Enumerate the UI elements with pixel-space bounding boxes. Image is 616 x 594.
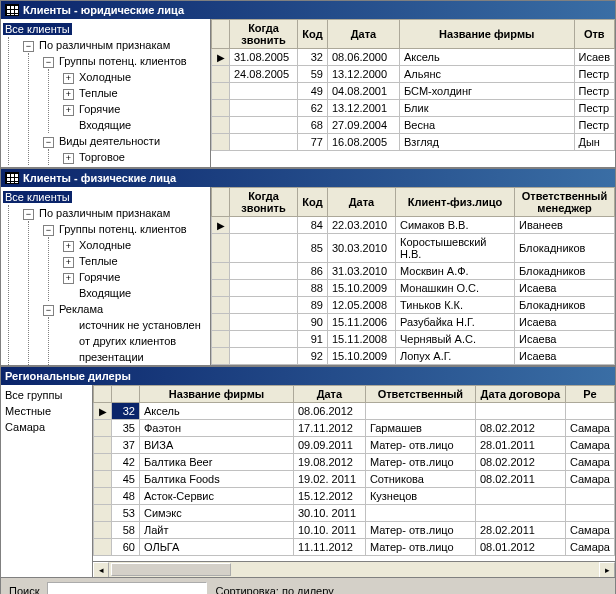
cell[interactable]: [475, 488, 565, 505]
cell[interactable]: 28.01.2011: [475, 437, 565, 454]
cell[interactable]: ОЛЬГА: [140, 539, 294, 556]
cell[interactable]: Пестр: [574, 100, 615, 117]
cell[interactable]: Симэкс: [140, 505, 294, 522]
cell[interactable]: Блокадников: [515, 263, 615, 280]
cell[interactable]: 37: [112, 437, 140, 454]
table-row[interactable]: 9015.11.2006Разубайка Н.Г.Исаева: [212, 314, 615, 331]
cell[interactable]: 53: [112, 505, 140, 522]
cell[interactable]: [230, 117, 298, 134]
cell[interactable]: 32: [112, 403, 140, 420]
cell[interactable]: [475, 505, 565, 522]
row-handle[interactable]: [212, 314, 230, 331]
col-code[interactable]: Код: [298, 20, 328, 49]
tree-leaf[interactable]: Торговое: [77, 151, 127, 163]
cell[interactable]: [230, 280, 298, 297]
horizontal-scrollbar[interactable]: ◂ ▸: [93, 561, 615, 577]
tree-root[interactable]: Все клиенты: [3, 191, 72, 203]
cell[interactable]: 31.03.2010: [328, 263, 396, 280]
cell[interactable]: 85: [298, 234, 328, 263]
cell[interactable]: Исаева: [515, 331, 615, 348]
cell[interactable]: Матер- отв.лицо: [365, 454, 475, 471]
expand-icon[interactable]: +: [63, 89, 74, 100]
cell[interactable]: Самара: [565, 471, 614, 488]
cell[interactable]: 09.09.2011: [293, 437, 365, 454]
tree-item[interactable]: Самара: [3, 421, 47, 433]
cell[interactable]: 16.08.2005: [328, 134, 400, 151]
cell[interactable]: Матер- отв.лицо: [365, 539, 475, 556]
cell[interactable]: Блокадников: [515, 234, 615, 263]
cell[interactable]: [230, 348, 298, 365]
cell[interactable]: Исаева: [515, 314, 615, 331]
cell[interactable]: 15.10.2009: [328, 280, 396, 297]
cell[interactable]: Матер- отв.лицо: [365, 522, 475, 539]
row-handle[interactable]: [212, 100, 230, 117]
expand-icon[interactable]: +: [63, 73, 74, 84]
cell[interactable]: Лопух А.Г.: [396, 348, 515, 365]
cell[interactable]: 42: [112, 454, 140, 471]
table-row[interactable]: 42Балтика Beer19.08.2012Матер- отв.лицо0…: [94, 454, 615, 471]
cell[interactable]: Альянс: [400, 66, 575, 83]
cell[interactable]: Балтика Beer: [140, 454, 294, 471]
cell[interactable]: [230, 217, 298, 234]
cell[interactable]: 92: [298, 348, 328, 365]
table-row[interactable]: 8912.05.2008Тиньков К.К.Блокадников: [212, 297, 615, 314]
tree-leaf[interactable]: Теплые: [77, 87, 120, 99]
row-handle[interactable]: [212, 83, 230, 100]
cell[interactable]: 62: [298, 100, 328, 117]
cell[interactable]: [230, 331, 298, 348]
tree-leaf[interactable]: Холодные: [77, 239, 133, 251]
cell[interactable]: Лайт: [140, 522, 294, 539]
col-code[interactable]: Код: [298, 188, 328, 217]
cell[interactable]: 15.11.2008: [328, 331, 396, 348]
cell[interactable]: [230, 297, 298, 314]
cell[interactable]: Исаева: [515, 280, 615, 297]
cell[interactable]: 86: [298, 263, 328, 280]
cell[interactable]: 91: [298, 331, 328, 348]
cell[interactable]: Самара: [565, 420, 614, 437]
expand-icon[interactable]: −: [23, 41, 34, 52]
table-row[interactable]: 6213.12.2001БликПестр: [212, 100, 615, 117]
cell[interactable]: 15.10.2009: [328, 348, 396, 365]
cell[interactable]: Сотникова: [365, 471, 475, 488]
cell[interactable]: Фаэтон: [140, 420, 294, 437]
col-call[interactable]: Когда звонить: [230, 20, 298, 49]
cell[interactable]: [230, 314, 298, 331]
cell[interactable]: Коростышевский Н.В.: [396, 234, 515, 263]
col-name[interactable]: Название фирмы: [400, 20, 575, 49]
table-row[interactable]: ▶32Аксель08.06.2012: [94, 403, 615, 420]
col-date[interactable]: Дата: [293, 386, 365, 403]
cell[interactable]: Балтика Foods: [140, 471, 294, 488]
cell[interactable]: Чернявый А.С.: [396, 331, 515, 348]
cell[interactable]: 58: [112, 522, 140, 539]
col-date[interactable]: Дата: [328, 188, 396, 217]
cell[interactable]: Исаев: [574, 49, 615, 66]
cell[interactable]: 90: [298, 314, 328, 331]
cell[interactable]: 89: [298, 297, 328, 314]
cell[interactable]: [365, 505, 475, 522]
cell[interactable]: 11.11.2012: [293, 539, 365, 556]
cell[interactable]: 31.08.2005: [230, 49, 298, 66]
cell[interactable]: [565, 488, 614, 505]
cell[interactable]: 35: [112, 420, 140, 437]
table-row[interactable]: 4904.08.2001БСМ-холдингПестр: [212, 83, 615, 100]
row-handle[interactable]: ▶: [212, 49, 230, 66]
cell[interactable]: 19.08.2012: [293, 454, 365, 471]
col-resp[interactable]: Отв: [574, 20, 615, 49]
cell[interactable]: Симаков В.В.: [396, 217, 515, 234]
scroll-thumb[interactable]: [111, 563, 231, 576]
cell[interactable]: 04.08.2001: [328, 83, 400, 100]
cell[interactable]: Самара: [565, 437, 614, 454]
row-handle[interactable]: [212, 331, 230, 348]
row-handle[interactable]: [94, 488, 112, 505]
cell[interactable]: Пестр: [574, 66, 615, 83]
cell[interactable]: 08.06.2000: [328, 49, 400, 66]
cell[interactable]: Разубайка Н.Г.: [396, 314, 515, 331]
cell[interactable]: [565, 505, 614, 522]
table-row[interactable]: 8530.03.2010Коростышевский Н.В.Блокадник…: [212, 234, 615, 263]
row-handle[interactable]: [94, 522, 112, 539]
cell[interactable]: Блик: [400, 100, 575, 117]
cell[interactable]: Дын: [574, 134, 615, 151]
tree-leaf[interactable]: презентации: [77, 351, 146, 363]
expand-icon[interactable]: −: [23, 209, 34, 220]
row-handle[interactable]: [212, 280, 230, 297]
